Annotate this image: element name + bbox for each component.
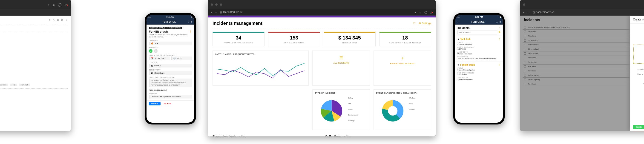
severity-value[interactable]: Disaster: multiple fatal casualties: [149, 95, 192, 99]
search-icon[interactable]: ⌕: [53, 3, 55, 6]
share-icon[interactable]: ⇪: [49, 18, 51, 21]
statusbar: •••• 9:41 AM ▮: [455, 15, 503, 19]
witnessed-label: WITNESSED: [149, 47, 192, 48]
more-icon[interactable]: ⋮: [189, 30, 192, 33]
titlebar: + ⌕ ◯ △: [0, 0, 71, 9]
svg-text:Medium: Medium: [410, 97, 416, 99]
location-value[interactable]: ▣ Block A: [149, 64, 192, 68]
department-label: DEPARTMENT: [149, 69, 192, 71]
search-icon[interactable]: ⌕: [496, 21, 498, 23]
time-value[interactable]: 🕐 12:00: [171, 56, 192, 60]
signal-icon: ••••: [457, 16, 460, 18]
edit-icon[interactable]: ✎: [53, 18, 55, 21]
svg-text:Critical: Critical: [410, 108, 415, 111]
svg-text:Damage: Damage: [348, 120, 354, 122]
clock: 9:41 AM: [475, 16, 483, 18]
plus-icon[interactable]: +: [415, 11, 416, 14]
freq-title: LAST 12-MONTH FREQUENCY RATES: [215, 53, 306, 55]
more-icon[interactable]: ⋮: [498, 27, 500, 29]
menu-icon[interactable]: ≡: [191, 21, 192, 23]
sort-icon[interactable]: ⇅: [498, 30, 500, 34]
nav-toolbar: ≡ ⌂ ◳ DASHBOARD ⊘ + ⌕ ◯ △: [208, 9, 436, 16]
signal-icon: ••••: [148, 16, 151, 18]
dropzone[interactable]: 🖼 BROWSE / DROP FILES HERE: [634, 45, 644, 64]
star-icon[interactable]: ★: [458, 64, 459, 66]
filter-input[interactable]: [458, 30, 497, 34]
categories-label: Incident categories: [634, 68, 644, 71]
app-header: ← TENFORCE ⌕ ≡: [455, 19, 503, 24]
kpi-card[interactable]: 18DAYS SINCE THE LAST INCIDENT: [379, 32, 431, 46]
category-value[interactable]: 🔥 Fire: [149, 42, 192, 45]
home-icon[interactable]: ⌂: [215, 11, 217, 14]
menu-icon[interactable]: ≡: [500, 21, 501, 23]
bookmark-icon[interactable]: ☐: [413, 22, 416, 25]
delete-icon[interactable]: 🗑: [61, 18, 63, 21]
pie2-title: EVENT CLASSIFICATION BREAKDOWN: [376, 92, 428, 94]
submit-button[interactable]: SUBMIT: [149, 102, 160, 105]
department-value[interactable]: ▣ Operations: [149, 71, 192, 75]
incident-card[interactable]: ★Forklift crash⋮ STATUSIncident investig…: [455, 62, 503, 82]
settings-link[interactable]: ⚙ Settings: [419, 22, 431, 25]
statusbar: •••• 9:41 AM ▮: [146, 15, 194, 19]
kpi-row: 34TOTAL LOST TIME INCIDENTS153CRITICAL I…: [212, 32, 431, 46]
kpi-card[interactable]: 34TOTAL LOST TIME INCIDENTS: [212, 32, 264, 46]
toggle-no[interactable]: ✕: [154, 49, 158, 53]
breadcrumb[interactable]: ◳ DASHBOARD ⊘: [220, 11, 242, 14]
bell-icon[interactable]: △: [430, 11, 433, 14]
more-icon[interactable]: ⋮: [65, 18, 68, 21]
back-icon[interactable]: ←: [148, 21, 151, 23]
svg-text:Environment: Environment: [348, 114, 358, 116]
menu-icon[interactable]: ≡: [211, 11, 212, 14]
risk-pills[interactable]: No risk Low Moderate High Very high: [0, 84, 31, 86]
cause-placeholder[interactable]: What is a probable cause? What direct ac…: [149, 79, 192, 87]
modal-title: Create new 'Incidents' item: [633, 18, 644, 21]
all-incidents-button[interactable]: ≣ ALL INCIDENTS: [312, 50, 370, 86]
date-value[interactable]: 📅 10.01.2020: [149, 56, 170, 60]
titlebar: [520, 0, 644, 9]
app-header: ← TENFORCE ⌕ ≡: [146, 19, 194, 24]
kpi-card[interactable]: $ 134 345INCIDENT COST: [324, 32, 376, 46]
star-icon[interactable]: ★: [458, 38, 459, 40]
collections-filter[interactable]: ▾ Filter: [344, 135, 351, 137]
user-icon[interactable]: ◯: [424, 11, 427, 14]
plus-icon[interactable]: +: [48, 3, 50, 6]
breadcrumb[interactable]: ◳ DASHBOARD ⊘: [532, 11, 554, 14]
create-button[interactable]: Create: [633, 125, 644, 129]
recent-filter[interactable]: ▾ Filter: [239, 135, 246, 137]
kpi-card[interactable]: 153CRITICAL INCIDENTS: [268, 32, 320, 46]
toolbar: [0, 9, 71, 16]
window-dashboard: ≡ ⌂ ◳ DASHBOARD ⊘ + ⌕ ◯ △ Incidents mana…: [208, 0, 436, 137]
incident-card[interactable]: ★Tank leak⋮ STATUSIncident validation DA…: [455, 36, 503, 62]
background-table: Incidents Lorem ipsum dolor sit amet alp…: [520, 16, 630, 131]
pie2-panel: EVENT CLASSIFICATION BREAKDOWN MediumLow…: [374, 89, 431, 130]
freq-chart-panel: LAST 12-MONTH FREQUENCY RATES: [212, 50, 309, 86]
phone-forklift: •••• 9:41 AM ▮ ← TENFORCE ⌕ ≡ INCIDENT ·…: [145, 13, 196, 125]
cause-label: CAUSE / ACTIONS / PROPOSAL: [149, 76, 192, 78]
brand: TENFORCE: [461, 21, 494, 23]
date-label: Date of occurrence: [634, 73, 644, 75]
user-icon[interactable]: ◯: [58, 3, 62, 6]
phone-incidents-list: •••• 9:41 AM ▮ ← TENFORCE ⌕ ≡ Incidents …: [453, 13, 504, 125]
more-icon[interactable]: ⋮: [498, 38, 500, 40]
brand: TENFORCE: [152, 21, 186, 23]
severity-label: SEVERITY: [149, 93, 192, 94]
search-icon[interactable]: ⌕: [188, 21, 189, 23]
accent-bar: [208, 16, 436, 17]
location-label: Location: [634, 78, 644, 80]
window-create: ≡ ⌂ ◳ DASHBOARD ⊘ Incidents Lorem ipsum …: [520, 0, 644, 131]
more-icon[interactable]: ⋮: [498, 64, 500, 66]
toggle-yes[interactable]: ✓: [149, 49, 152, 53]
home-icon[interactable]: ⌂: [528, 11, 529, 14]
witnessed-toggle[interactable]: ✓ ✕: [149, 49, 192, 53]
reject-button[interactable]: REJECT: [163, 102, 172, 105]
menu-icon[interactable]: ≡: [523, 11, 524, 14]
grid-icon[interactable]: ▦: [56, 18, 59, 21]
plus-icon: ＋: [376, 55, 428, 61]
bell-icon[interactable]: △: [65, 3, 68, 6]
window-investigation: + ⌕ ◯ △ INCIDENT INVESTIGATION ⇪ ✎ ▦ 🗑 ⋮…: [0, 0, 71, 131]
battery-icon: ▮: [191, 16, 192, 18]
search-icon[interactable]: ⌕: [420, 11, 421, 14]
back-icon[interactable]: ←: [457, 21, 459, 23]
report-incident-button[interactable]: ＋ REPORT NEW INCIDENT: [374, 50, 431, 86]
risk-heading: RISK ASSESSMENT: [149, 89, 192, 91]
